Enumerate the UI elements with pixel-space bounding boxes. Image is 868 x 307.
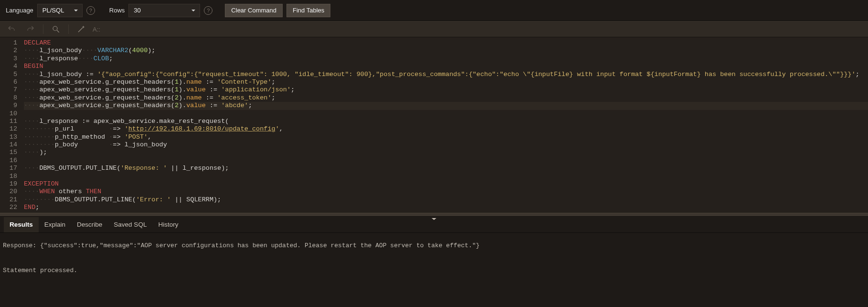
separator xyxy=(68,24,69,34)
help-icon[interactable]: ? xyxy=(204,6,212,15)
code-line[interactable]: ····l_json_body := '{"aop_config":{"conf… xyxy=(24,71,868,78)
code-line[interactable]: EXCEPTION xyxy=(24,180,868,188)
tab-results[interactable]: Results xyxy=(4,217,39,232)
code-line[interactable]: ········p_url ·=> 'http://192.168.1.69:8… xyxy=(24,125,868,133)
code-line[interactable]: END; xyxy=(24,204,868,211)
svg-point-0 xyxy=(53,26,57,31)
code-line[interactable]: ········p_body ·=> l_json_body xyxy=(24,141,868,149)
svg-line-1 xyxy=(57,30,59,33)
search-icon[interactable] xyxy=(51,24,61,34)
code-line[interactable]: BEGIN xyxy=(24,63,868,70)
code-line[interactable]: ········DBMS_OUTPUT.PUT_LINE('Error: ' |… xyxy=(24,196,868,204)
code-line[interactable]: ····l_response····CLOB; xyxy=(24,55,868,63)
separator xyxy=(43,24,43,34)
output-panel: Response: {"success":true,"message":"AOP… xyxy=(0,233,868,284)
output-line-2: Statement processed. xyxy=(3,267,77,274)
editor-icon-toolbar: A:: xyxy=(0,21,868,37)
rows-label: Rows xyxy=(109,7,125,14)
code-line[interactable]: ····DBMS_OUTPUT.PUT_LINE('Response: ' ||… xyxy=(24,164,868,172)
line-gutter: 12345678910111213141516171819202122 xyxy=(0,37,21,213)
code-line[interactable]: DECLARE xyxy=(24,39,868,47)
language-select-value: PL/SQL xyxy=(42,7,64,14)
tab-saved-sql[interactable]: Saved SQL xyxy=(108,217,152,232)
output-line-1: Response: {"success":true,"message":"AOP… xyxy=(3,242,480,249)
chevron-down-icon xyxy=(74,8,78,13)
code-line[interactable] xyxy=(24,110,868,118)
rows-select-value: 30 xyxy=(134,7,140,14)
code-line[interactable]: ····apex_web_service.g_request_headers(2… xyxy=(24,94,868,102)
chevron-down-icon xyxy=(191,8,196,13)
code-editor[interactable]: 12345678910111213141516171819202122 DECL… xyxy=(0,37,868,213)
code-line[interactable]: ····apex_web_service.g_request_headers(1… xyxy=(24,86,868,94)
language-label: Language xyxy=(6,7,33,14)
code-line[interactable]: ····WHEN others THEN xyxy=(24,188,868,196)
code-line[interactable]: ····l_json_body····VARCHAR2(4000); xyxy=(24,47,868,55)
language-select[interactable]: PL/SQL xyxy=(37,4,83,17)
code-area[interactable]: DECLARE····l_json_body····VARCHAR2(4000)… xyxy=(21,37,868,213)
hint-placeholder: A:: xyxy=(93,26,100,33)
redo-icon[interactable] xyxy=(26,24,35,34)
tab-history[interactable]: History xyxy=(152,217,184,232)
find-tables-button[interactable]: Find Tables xyxy=(286,4,330,17)
code-line[interactable] xyxy=(24,173,868,180)
tab-explain[interactable]: Explain xyxy=(39,217,71,232)
code-line[interactable] xyxy=(24,157,868,164)
clear-command-button[interactable]: Clear Command xyxy=(225,4,283,17)
code-line[interactable]: ········p_http_method ·=> 'POST', xyxy=(24,133,868,141)
rows-select[interactable]: 30 xyxy=(128,4,200,17)
grip-icon xyxy=(431,214,437,222)
help-icon[interactable]: ? xyxy=(86,6,95,15)
top-toolbar: Language PL/SQL ? Rows 30 ? Clear Comman… xyxy=(0,0,868,21)
code-line[interactable]: ····apex_web_service.g_request_headers(1… xyxy=(24,78,868,86)
code-line[interactable]: ····apex_web_service.g_request_headers(2… xyxy=(24,102,868,110)
resize-handle[interactable] xyxy=(0,213,868,217)
undo-icon[interactable] xyxy=(7,24,16,34)
tab-describe[interactable]: Describe xyxy=(71,217,108,232)
code-line[interactable]: ····l_response := apex_web_service.make_… xyxy=(24,118,868,125)
code-line[interactable]: ····); xyxy=(24,149,868,156)
wand-icon[interactable] xyxy=(76,24,86,34)
